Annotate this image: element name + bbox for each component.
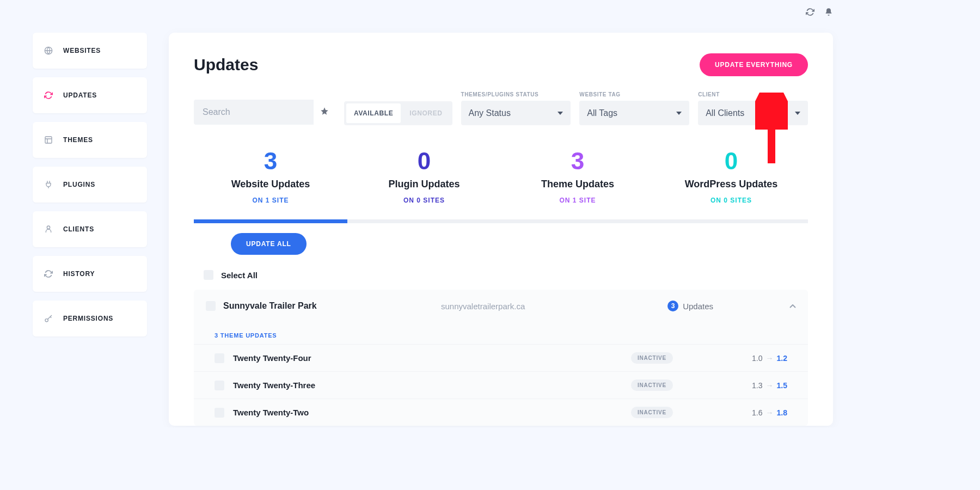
layout-icon — [44, 135, 53, 145]
theme-name: Twenty Twenty-Three — [233, 381, 631, 390]
stat-number: 0 — [654, 149, 808, 173]
bell-icon[interactable] — [824, 8, 833, 19]
site-url: sunnyvaletrailerpark.ca — [441, 302, 667, 311]
theme-version: 1.3→1.5 — [744, 381, 787, 390]
status-segment: AVAILABLE IGNORED — [344, 101, 452, 125]
theme-row: Twenty Twenty-Three INACTIVE 1.3→1.5 — [194, 371, 808, 399]
globe-icon — [44, 46, 53, 56]
tag-select[interactable]: All Tags — [579, 101, 689, 125]
theme-section-header: 3 THEME UPDATES — [194, 322, 808, 344]
stat-sub: ON 1 SITE — [501, 197, 654, 204]
sidebar-label: HISTORY — [63, 270, 95, 278]
stat-label: Theme Updates — [501, 179, 654, 190]
sidebar-item-websites[interactable]: WEBSITES — [33, 33, 147, 69]
sidebar-label: UPDATES — [63, 91, 97, 99]
stat-wordpress-updates[interactable]: 0 WordPress Updates ON 0 SITES — [654, 149, 808, 223]
page-title: Updates — [194, 56, 258, 74]
plug-icon — [44, 180, 53, 189]
stat-number: 0 — [347, 149, 501, 173]
history-icon — [44, 269, 53, 279]
chevron-up-icon[interactable] — [789, 301, 796, 311]
theme-name: Twenty Twenty-Two — [233, 408, 631, 417]
theme-status-badge: INACTIVE — [631, 407, 673, 418]
theme-version: 1.6→1.8 — [744, 408, 787, 417]
filters: AVAILABLE IGNORED THEMES/PLUGINS STATUS … — [194, 91, 808, 125]
theme-row: Twenty Twenty-Two INACTIVE 1.6→1.8 — [194, 399, 808, 426]
site-name: Sunnyvale Trailer Park — [223, 301, 441, 311]
stat-theme-updates[interactable]: 3 Theme Updates ON 1 SITE — [501, 149, 654, 223]
theme-checkbox[interactable] — [215, 353, 224, 363]
stat-label: Website Updates — [194, 179, 347, 190]
main-panel: Updates UPDATE EVERYTHING AVAILABLE IGNO… — [169, 33, 833, 426]
star-icon[interactable] — [314, 99, 335, 125]
sidebar-item-permissions[interactable]: PERMISSIONS — [33, 301, 147, 336]
updates-label: Updates — [683, 302, 713, 311]
stat-number: 3 — [501, 149, 654, 173]
theme-checkbox[interactable] — [215, 381, 224, 390]
stat-sub: ON 0 SITES — [347, 197, 501, 204]
status-select[interactable]: Any Status — [461, 101, 571, 125]
key-icon — [44, 314, 53, 323]
filter-label-client: CLIENT — [698, 91, 808, 97]
site-card: Sunnyvale Trailer Park sunnyvaletrailerp… — [194, 290, 808, 426]
theme-row: Twenty Twenty-Four INACTIVE 1.0→1.2 — [194, 344, 808, 371]
sidebar-item-updates[interactable]: UPDATES — [33, 77, 147, 113]
svg-point-3 — [45, 319, 48, 322]
refresh-icon — [44, 90, 53, 100]
stat-label: WordPress Updates — [654, 179, 808, 190]
sidebar-label: PERMISSIONS — [63, 315, 113, 322]
stat-plugin-updates[interactable]: 0 Plugin Updates ON 0 SITES — [347, 149, 501, 223]
theme-checkbox[interactable] — [215, 408, 224, 418]
filter-label-tag: WEBSITE TAG — [579, 91, 689, 97]
sidebar-label: WEBSITES — [63, 47, 101, 54]
user-icon — [44, 224, 53, 234]
sidebar-item-themes[interactable]: THEMES — [33, 122, 147, 158]
stat-number: 3 — [194, 149, 347, 173]
stat-label: Plugin Updates — [347, 179, 501, 190]
sidebar-label: THEMES — [63, 136, 93, 144]
search-input[interactable] — [194, 100, 314, 125]
sidebar-item-history[interactable]: HISTORY — [33, 256, 147, 292]
tab-ignored[interactable]: IGNORED — [402, 103, 450, 123]
tab-available[interactable]: AVAILABLE — [346, 103, 401, 123]
site-checkbox[interactable] — [206, 301, 216, 311]
select-all-checkbox[interactable] — [204, 270, 213, 280]
sidebar-label: CLIENTS — [63, 225, 94, 233]
theme-version: 1.0→1.2 — [744, 354, 787, 363]
filter-label-status: THEMES/PLUGINS STATUS — [461, 91, 571, 97]
theme-status-badge: INACTIVE — [631, 352, 673, 364]
stat-website-updates[interactable]: 3 Website Updates ON 1 SITE — [194, 149, 347, 223]
sidebar-item-clients[interactable]: CLIENTS — [33, 211, 147, 247]
topbar — [806, 8, 833, 19]
theme-status-badge: INACTIVE — [631, 379, 673, 391]
site-header[interactable]: Sunnyvale Trailer Park sunnyvaletrailerp… — [194, 290, 808, 322]
theme-name: Twenty Twenty-Four — [233, 353, 631, 363]
sidebar-label: PLUGINS — [63, 181, 95, 188]
update-all-button[interactable]: UPDATE ALL — [231, 233, 307, 255]
update-everything-button[interactable]: UPDATE EVERYTHING — [700, 53, 808, 76]
sidebar: WEBSITES UPDATES THEMES PLUGINS CLIENTS … — [33, 33, 147, 426]
updates-count-badge: 3 — [667, 301, 678, 311]
stat-sub: ON 1 SITE — [194, 197, 347, 204]
refresh-icon[interactable] — [806, 8, 814, 19]
stat-sub: ON 0 SITES — [654, 197, 808, 204]
sidebar-item-plugins[interactable]: PLUGINS — [33, 167, 147, 203]
select-all-label: Select All — [221, 271, 258, 280]
svg-rect-1 — [45, 137, 52, 143]
stats-row: 3 Website Updates ON 1 SITE 0 Plugin Upd… — [194, 149, 808, 223]
svg-point-2 — [47, 226, 50, 229]
client-select[interactable]: All Clients — [698, 101, 808, 125]
